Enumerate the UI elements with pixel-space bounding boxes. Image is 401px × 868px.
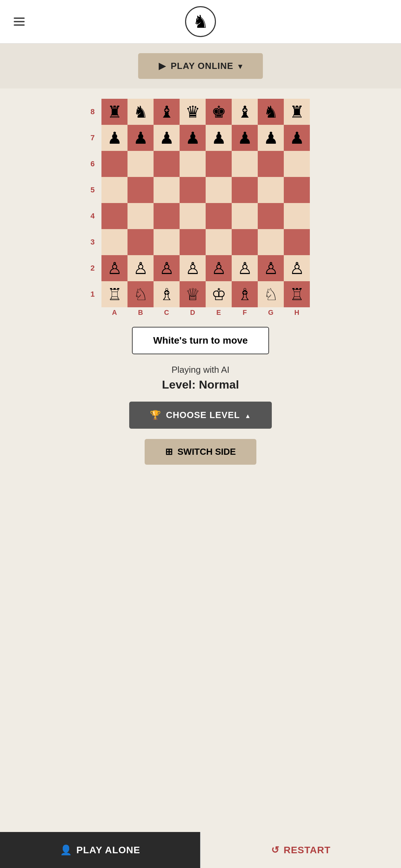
rank-4-cells — [101, 203, 312, 229]
cell-h2[interactable]: ♙ — [284, 255, 310, 281]
cell-d6[interactable] — [180, 151, 206, 177]
cell-a1[interactable]: ♖ — [101, 281, 127, 307]
choose-level-button[interactable]: 🏆 CHOOSE LEVEL — [129, 402, 272, 429]
file-label-f: F — [232, 307, 258, 317]
cell-a2[interactable]: ♙ — [101, 255, 127, 281]
cell-a4[interactable] — [101, 203, 127, 229]
restart-button[interactable]: ↺ RESTART — [200, 832, 401, 868]
rank-6-cells — [101, 151, 312, 177]
cell-g6[interactable] — [258, 151, 284, 177]
cell-f5[interactable] — [232, 177, 258, 203]
cell-f7[interactable]: ♟ — [232, 125, 258, 151]
play-online-button[interactable]: ▶ PLAY ONLINE — [138, 53, 263, 79]
rank-label-3: 3 — [89, 229, 101, 255]
cell-h3[interactable] — [284, 229, 310, 255]
cell-e7[interactable]: ♟ — [206, 125, 232, 151]
cell-a6[interactable] — [101, 151, 127, 177]
cell-c6[interactable] — [154, 151, 180, 177]
play-icon: ▶ — [159, 61, 166, 71]
cell-g4[interactable] — [258, 203, 284, 229]
cell-f2[interactable]: ♙ — [232, 255, 258, 281]
cell-b6[interactable] — [127, 151, 154, 177]
rank-2-cells: ♙ ♙ ♙ ♙ ♙ ♙ ♙ ♙ — [101, 255, 312, 281]
rank-label-7: 7 — [89, 125, 101, 151]
cell-b2[interactable]: ♙ — [127, 255, 154, 281]
cell-c1[interactable]: ♗ — [154, 281, 180, 307]
cell-h8[interactable]: ♜ — [284, 99, 310, 125]
cell-e6[interactable] — [206, 151, 232, 177]
cell-h7[interactable]: ♟ — [284, 125, 310, 151]
cell-g3[interactable] — [258, 229, 284, 255]
cell-c7[interactable]: ♟ — [154, 125, 180, 151]
cell-h5[interactable] — [284, 177, 310, 203]
cell-e8[interactable]: ♚ — [206, 99, 232, 125]
cell-e3[interactable] — [206, 229, 232, 255]
person-icon: 👤 — [60, 844, 72, 856]
file-labels: A B C D E F G H — [101, 307, 312, 317]
cell-a8[interactable]: ♜ — [101, 99, 127, 125]
cell-h4[interactable] — [284, 203, 310, 229]
play-online-label: PLAY ONLINE — [171, 61, 233, 71]
cell-a7[interactable]: ♟ — [101, 125, 127, 151]
cell-g8[interactable]: ♞ — [258, 99, 284, 125]
cell-e4[interactable] — [206, 203, 232, 229]
restart-label: RESTART — [283, 845, 330, 856]
cell-c5[interactable] — [154, 177, 180, 203]
cell-c8[interactable]: ♝ — [154, 99, 180, 125]
cell-e2[interactable]: ♙ — [206, 255, 232, 281]
cell-f6[interactable] — [232, 151, 258, 177]
logo: ♞ — [185, 6, 216, 37]
cell-d3[interactable] — [180, 229, 206, 255]
cell-d2[interactable]: ♙ — [180, 255, 206, 281]
cell-h6[interactable] — [284, 151, 310, 177]
cell-c4[interactable] — [154, 203, 180, 229]
main-content: 8 ♜ ♞ ♝ ♛ ♚ ♝ ♞ ♜ 7 — [0, 88, 401, 496]
hamburger-menu[interactable] — [14, 17, 25, 26]
cell-d5[interactable] — [180, 177, 206, 203]
cell-b5[interactable] — [127, 177, 154, 203]
cell-f1[interactable]: ♗ — [232, 281, 258, 307]
cell-e5[interactable] — [206, 177, 232, 203]
rank-1-cells: ♖ ♘ ♗ ♕ ♔ ♗ ♘ ♖ — [101, 281, 312, 307]
board-rank-7: 7 ♟ ♟ ♟ ♟ ♟ ♟ ♟ ♟ — [89, 125, 312, 151]
switch-side-button[interactable]: ⊞ SWITCH SIDE — [145, 439, 256, 465]
trophy-icon: 🏆 — [150, 410, 161, 420]
cell-d1[interactable]: ♕ — [180, 281, 206, 307]
level-text: Level: Normal — [162, 378, 239, 391]
play-alone-button[interactable]: 👤 PLAY ALONE — [0, 832, 200, 868]
board-rank-4: 4 — [89, 203, 312, 229]
cell-f3[interactable] — [232, 229, 258, 255]
cell-h1[interactable]: ♖ — [284, 281, 310, 307]
board-rank-6: 6 — [89, 151, 312, 177]
file-label-c: C — [154, 307, 180, 317]
cell-c2[interactable]: ♙ — [154, 255, 180, 281]
cell-b4[interactable] — [127, 203, 154, 229]
cell-d7[interactable]: ♟ — [180, 125, 206, 151]
turn-status: White's turn to move — [153, 335, 248, 346]
cell-b8[interactable]: ♞ — [127, 99, 154, 125]
grid-icon: ⊞ — [165, 447, 173, 457]
cell-a3[interactable] — [101, 229, 127, 255]
rank-label-4: 4 — [89, 203, 101, 229]
cell-f4[interactable] — [232, 203, 258, 229]
restart-icon: ↺ — [271, 844, 279, 856]
cell-g1[interactable]: ♘ — [258, 281, 284, 307]
rank-5-cells — [101, 177, 312, 203]
cell-g2[interactable]: ♙ — [258, 255, 284, 281]
cell-d8[interactable]: ♛ — [180, 99, 206, 125]
cell-e1[interactable]: ♔ — [206, 281, 232, 307]
cell-a5[interactable] — [101, 177, 127, 203]
cell-b3[interactable] — [127, 229, 154, 255]
board-rank-8: 8 ♜ ♞ ♝ ♛ ♚ ♝ ♞ ♜ — [89, 99, 312, 125]
header: ♞ — [0, 0, 401, 44]
chevron-down-icon — [238, 61, 242, 71]
cell-b1[interactable]: ♘ — [127, 281, 154, 307]
rank-label-8: 8 — [89, 99, 101, 125]
cell-d4[interactable] — [180, 203, 206, 229]
cell-g7[interactable]: ♟ — [258, 125, 284, 151]
file-label-h: H — [284, 307, 310, 317]
cell-b7[interactable]: ♟ — [127, 125, 154, 151]
cell-g5[interactable] — [258, 177, 284, 203]
cell-f8[interactable]: ♝ — [232, 99, 258, 125]
cell-c3[interactable] — [154, 229, 180, 255]
